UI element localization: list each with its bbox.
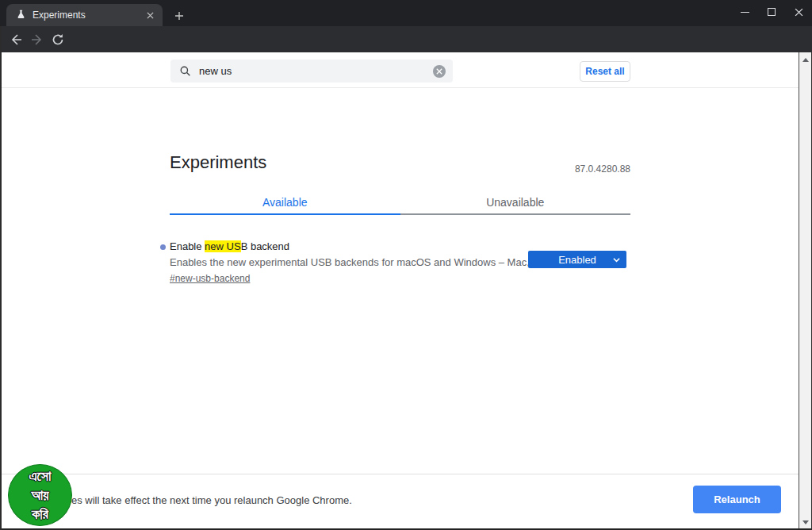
back-icon[interactable] xyxy=(6,30,25,49)
new-tab-button[interactable] xyxy=(170,6,189,25)
flag-state-dropdown[interactable]: Enabled xyxy=(528,251,626,268)
titlebar: Experiments xyxy=(0,0,812,26)
reload-icon[interactable] xyxy=(48,30,67,49)
relaunch-message: es will take effect the next time you re… xyxy=(71,494,352,506)
relaunch-bar: es will take effect the next time you re… xyxy=(0,474,799,530)
window-controls xyxy=(731,0,812,24)
search-match-highlight: new US xyxy=(205,240,241,252)
flag-permalink[interactable]: #new-usb-backend xyxy=(170,273,250,284)
flag-state-value: Enabled xyxy=(558,254,596,266)
flag-bullet-icon xyxy=(160,244,166,250)
version-number: 87.0.4280.88 xyxy=(170,163,630,175)
forward-icon[interactable] xyxy=(28,30,47,49)
tab-close-icon[interactable] xyxy=(144,9,156,21)
tab-title: Experiments xyxy=(33,10,144,21)
toolbar: Chrome | chrome://flags V xyxy=(0,26,812,52)
scroll-up-icon[interactable] xyxy=(802,58,809,62)
search-row: Reset all xyxy=(0,52,799,88)
chevron-down-icon xyxy=(613,256,620,263)
flag-tabs: Available Unavailable xyxy=(170,191,630,215)
search-box[interactable] xyxy=(170,60,453,83)
tab-available[interactable]: Available xyxy=(170,191,400,215)
browser-window: Experiments xyxy=(0,0,812,530)
flag-entry-new-usb-backend: Enable new USB backend Enables the new e… xyxy=(170,240,630,285)
flask-icon xyxy=(16,8,26,22)
search-input[interactable] xyxy=(199,60,426,83)
window-edge xyxy=(0,26,2,530)
selected-tab-underline xyxy=(170,213,400,215)
watermark-line: এসো xyxy=(29,467,52,486)
watermark-line: আয় xyxy=(31,486,48,505)
scrollbar[interactable] xyxy=(799,52,812,530)
maximize-button[interactable] xyxy=(758,0,785,24)
unselected-tab-underline xyxy=(400,213,631,215)
minimize-button[interactable] xyxy=(731,0,758,24)
close-button[interactable] xyxy=(785,0,812,24)
tab-unavailable[interactable]: Unavailable xyxy=(400,191,631,215)
relaunch-button[interactable]: Relaunch xyxy=(693,486,781,513)
watermark-line: করি xyxy=(32,505,48,524)
clear-search-icon[interactable] xyxy=(433,65,446,78)
browser-tab-experiments[interactable]: Experiments xyxy=(6,4,163,26)
flags-page: Reset all Experiments 87.0.4280.88 Avail… xyxy=(0,52,799,530)
search-icon xyxy=(179,65,191,80)
scroll-down-icon[interactable] xyxy=(802,520,809,524)
reset-all-button[interactable]: Reset all xyxy=(580,61,630,82)
watermark-logo: এসো আয় করি xyxy=(8,464,72,526)
